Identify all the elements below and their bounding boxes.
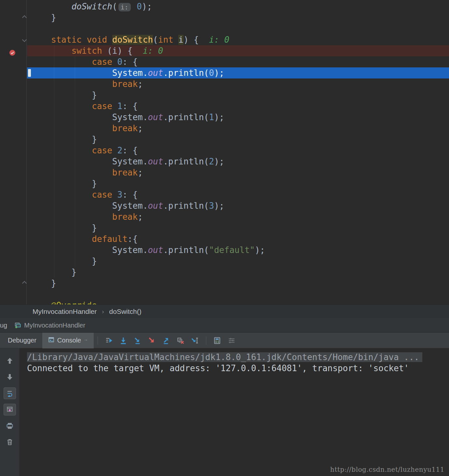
code-line[interactable]: case 0: {: [27, 56, 449, 67]
fold-up-icon[interactable]: [22, 15, 27, 20]
show-execution-point-button[interactable]: [102, 334, 116, 347]
code-line[interactable]: }: [27, 178, 449, 189]
code-token: [112, 57, 117, 67]
code-token: i: 0: [204, 35, 229, 45]
clear-all-button[interactable]: [4, 436, 16, 448]
code-line[interactable]: }: [27, 90, 449, 101]
console-line[interactable]: /Library/Java/JavaVirtualMachines/jdk1.8…: [27, 352, 449, 363]
code-line[interactable]: break;: [27, 211, 449, 222]
code-token: @Override: [51, 301, 97, 304]
code-token: default: [92, 234, 128, 244]
code-token: 0: [117, 57, 123, 67]
code-line[interactable]: static void doSwitch(int i) { i: 0: [27, 34, 449, 45]
code-token: : {: [122, 57, 138, 67]
navigate-previous-button[interactable]: [4, 355, 16, 367]
code-token: 3: [117, 190, 123, 200]
code-line[interactable]: System.out.println(1);: [27, 112, 449, 123]
code-token: );: [214, 112, 224, 122]
debug-session-title[interactable]: MyInvocationHandler: [24, 322, 85, 329]
code-line[interactable]: @Override: [27, 300, 449, 304]
breakpoint-icon[interactable]: [9, 48, 16, 54]
code-token: .println(: [163, 112, 209, 122]
code-token: case: [92, 101, 112, 111]
code-token: System.: [112, 112, 148, 122]
drop-frame-button[interactable]: [173, 334, 188, 347]
code-token: [112, 190, 117, 200]
code-line[interactable]: default:{: [27, 233, 449, 245]
code-line[interactable]: System.out.println(2);: [27, 156, 449, 167]
step-out-button[interactable]: [159, 334, 173, 347]
code-token: out: [148, 201, 163, 211]
code-line[interactable]: case 3: {: [27, 189, 449, 200]
tab-options-arrow-icon[interactable]: →: [83, 337, 88, 342]
code-token: );: [142, 2, 152, 11]
breadcrumb-class[interactable]: MyInvocationHandler: [33, 308, 97, 315]
code-line[interactable]: }: [27, 278, 449, 289]
debug-tab-label-partial[interactable]: ug: [0, 322, 7, 329]
fold-up-icon[interactable]: [22, 281, 27, 286]
code-token: [51, 79, 112, 89]
code-line[interactable]: }: [27, 256, 449, 267]
code-editor[interactable]: doSwitch(i: 0);}static void doSwitch(int…: [0, 0, 449, 304]
step-over-button[interactable]: [116, 334, 130, 347]
code-token: : {: [122, 190, 138, 200]
code-line[interactable]: case 1: {: [27, 101, 449, 112]
code-token: out: [148, 157, 163, 166]
console-icon: [48, 337, 54, 344]
code-line[interactable]: System.out.println(3);: [27, 200, 449, 211]
console-line[interactable]: Connected to the target VM, address: '12…: [27, 363, 449, 374]
print-button[interactable]: [4, 420, 16, 432]
watermark: http://blog.csdn.net/luzhenyu111: [330, 466, 444, 473]
navigate-next-button[interactable]: [4, 371, 16, 383]
code-line[interactable]: switch (i) { i: 0: [27, 45, 449, 56]
code-line[interactable]: System.out.println("default");: [27, 245, 449, 256]
evaluate-expression-button[interactable]: [210, 334, 224, 347]
tab-debugger[interactable]: Debugger: [2, 333, 42, 348]
ide-window: doSwitch(i: 0);}static void doSwitch(int…: [0, 0, 449, 476]
code-line[interactable]: System.out.println(0);: [27, 67, 449, 78]
code-token: }: [51, 179, 97, 189]
console-output[interactable]: /Library/Java/JavaVirtualMachines/jdk1.8…: [20, 348, 449, 476]
code-token: out: [148, 68, 163, 78]
code-line[interactable]: }: [27, 12, 449, 23]
step-into-button[interactable]: [130, 334, 145, 347]
console-panel: /Library/Java/JavaVirtualMachines/jdk1.8…: [0, 348, 449, 476]
tab-console-label: Console: [57, 337, 81, 344]
code-token: case: [92, 146, 112, 155]
code-line[interactable]: [27, 289, 449, 300]
code-token: }: [51, 223, 97, 233]
force-step-into-button[interactable]: [145, 334, 159, 347]
soft-wrap-button[interactable]: [4, 387, 16, 399]
code-line[interactable]: [27, 23, 449, 34]
breadcrumb-method[interactable]: doSwitch(): [109, 308, 142, 315]
code-token: switch: [72, 46, 102, 56]
code-token: [51, 190, 92, 200]
indent-guide: [54, 45, 54, 278]
code-token: 2: [209, 157, 214, 166]
code-token: System.: [112, 68, 148, 78]
code-line[interactable]: doSwitch(i: 0);: [27, 1, 449, 12]
layout-settings-button[interactable]: [224, 334, 239, 347]
code-line[interactable]: }: [27, 267, 449, 278]
code-token: .println(: [163, 157, 209, 166]
code-token: i:: [118, 3, 131, 11]
tab-console[interactable]: Console →: [42, 333, 94, 348]
code-line[interactable]: break;: [27, 167, 449, 178]
fold-down-icon[interactable]: [22, 37, 27, 42]
code-line[interactable]: }: [27, 134, 449, 145]
code-token: );: [214, 201, 224, 211]
debug-toolbar: Debugger Console →: [0, 333, 449, 348]
code-token: [51, 2, 72, 11]
code-token: );: [214, 157, 224, 166]
code-line[interactable]: break;: [27, 123, 449, 134]
code-token: [51, 101, 92, 111]
code-token: System.: [112, 157, 148, 166]
code-token: "default": [209, 245, 255, 255]
code-line[interactable]: break;: [27, 78, 449, 90]
code-token: out: [148, 112, 163, 122]
code-line[interactable]: case 2: {: [27, 145, 449, 156]
run-to-cursor-button[interactable]: [188, 334, 202, 347]
code-line[interactable]: }: [27, 222, 449, 233]
mute-breakpoints-button[interactable]: [4, 404, 16, 415]
gutter[interactable]: [0, 0, 27, 304]
